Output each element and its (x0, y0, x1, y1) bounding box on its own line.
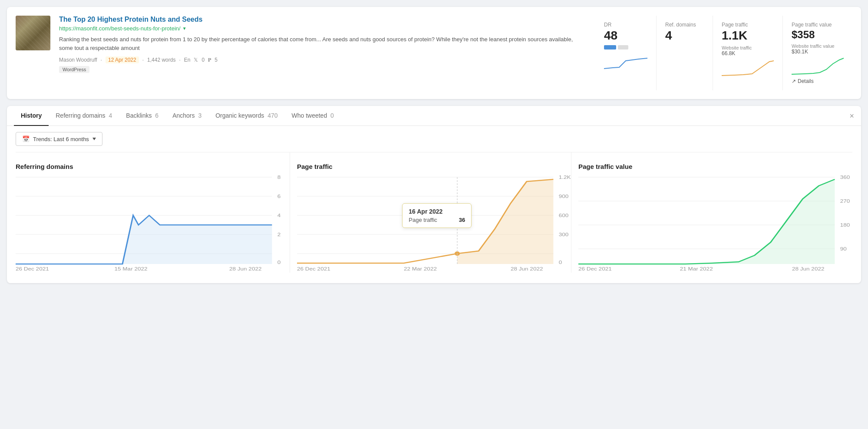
page-traffic-value-mini-chart (792, 57, 844, 75)
tab-who-tweeted[interactable]: Who tweeted 0 (284, 106, 340, 126)
tabs-container: History Referring domains 4 Backlinks 6 … (7, 106, 861, 283)
charts-area: Referring domains 8 6 4 2 0 (7, 152, 861, 283)
tab-history[interactable]: History (14, 106, 49, 126)
page-traffic-label: Page traffic (722, 22, 774, 28)
svg-text:26 Dec 2021: 26 Dec 2021 (16, 266, 49, 271)
svg-text:28 Jun 2022: 28 Jun 2022 (511, 266, 543, 271)
page-traffic-value-title: Page traffic value (578, 163, 845, 170)
dr-label: DR (604, 22, 647, 28)
svg-marker-10 (16, 215, 272, 264)
word-count: 1,442 words (147, 57, 175, 63)
page-traffic-sub-label: Website traffic (722, 45, 774, 50)
tab-backlinks[interactable]: Backlinks 6 (119, 106, 165, 126)
article-info: The Top 20 Highest Protein Nuts and Seed… (59, 16, 587, 73)
referring-domains-title: Referring domains (16, 163, 283, 170)
svg-text:26 Dec 2021: 26 Dec 2021 (578, 266, 612, 271)
page-traffic-title: Page traffic (297, 163, 564, 170)
page-traffic-value-sub-label: Website traffic value (792, 43, 844, 49)
article-description: Ranking the best seeds and nuts for prot… (59, 35, 587, 52)
svg-text:6: 6 (277, 194, 281, 199)
svg-text:28 Jun 2022: 28 Jun 2022 (792, 266, 825, 271)
tab-anchors-count: 3 (198, 112, 201, 119)
tooltip-date: 16 Apr 2022 (409, 208, 465, 215)
chevron-down-icon (92, 138, 96, 140)
svg-text:1.2K: 1.2K (559, 175, 571, 180)
svg-text:26 Dec 2021: 26 Dec 2021 (297, 266, 330, 271)
svg-text:900: 900 (559, 194, 569, 199)
tooltip-value: 36 (459, 217, 465, 223)
page-traffic-value-label: Page traffic value (792, 22, 844, 28)
article-thumbnail (16, 16, 50, 50)
svg-text:8: 8 (277, 175, 281, 180)
page-traffic-value-chart: Page traffic value 360 270 180 90 (571, 152, 852, 273)
tooltip-label: Page traffic (409, 217, 437, 223)
svg-text:0: 0 (277, 260, 281, 265)
twitter-icon: 𝕏 (194, 57, 198, 63)
tab-anchors[interactable]: Anchors 3 (165, 106, 208, 126)
article-date: 12 Apr 2022 (106, 56, 139, 63)
svg-text:90: 90 (840, 246, 847, 251)
filter-label: Trends: Last 6 months (33, 136, 89, 142)
tab-organic-keywords[interactable]: Organic keywords 470 (208, 106, 284, 126)
article-meta: Mason Woodruff · 12 Apr 2022 · 1,442 wor… (59, 56, 587, 63)
referring-domains-wrapper: 8 6 4 2 0 26 Dec 2021 15 Mar 2022 28 Jun… (16, 177, 283, 273)
metric-page-traffic-value: Page traffic value $358 Website traffic … (782, 16, 852, 90)
svg-text:2: 2 (277, 232, 281, 237)
tab-organic-keywords-count: 470 (267, 112, 277, 119)
dr-bar-fill (604, 45, 616, 50)
dr-mini-chart (604, 52, 647, 69)
svg-text:15 Mar 2022: 15 Mar 2022 (115, 266, 148, 271)
tooltip-row: Page traffic 36 (409, 217, 465, 223)
ref-domains-value: 4 (665, 30, 704, 42)
metric-page-traffic: Page traffic 1.1K Website traffic 66.8K (713, 16, 782, 90)
ref-domains-label: Ref. domains (665, 22, 704, 28)
svg-text:180: 180 (840, 222, 850, 228)
page-traffic-tooltip: 16 Apr 2022 Page traffic 36 (402, 203, 472, 228)
article-url[interactable]: https://masonfit.com/best-seeds-nuts-for… (59, 25, 587, 32)
metric-ref-domains: Ref. domains 4 (656, 16, 713, 90)
svg-text:4: 4 (277, 213, 281, 218)
page-traffic-wrapper: 1.2K 900 600 300 0 26 Dec 2021 22 Mar 20… (297, 177, 564, 273)
trend-icon: ↗ (792, 78, 796, 84)
language: En (184, 57, 191, 63)
details-button[interactable]: ↗ Details (792, 78, 844, 84)
referring-domains-chart: Referring domains 8 6 4 2 0 (16, 152, 290, 273)
calendar-icon: 📅 (22, 135, 30, 142)
article-title[interactable]: The Top 20 Highest Protein Nuts and Seed… (59, 16, 587, 23)
page-traffic-value-value: $358 (792, 30, 844, 40)
author: Mason Woodruff (59, 57, 97, 63)
metric-dr: DR 48 (595, 16, 656, 90)
page-traffic-value-sub-value: $30.1K (792, 49, 844, 55)
close-button[interactable]: × (849, 111, 854, 120)
tabs: History Referring domains 4 Backlinks 6 … (7, 106, 861, 126)
dr-value: 48 (604, 30, 647, 42)
svg-text:0: 0 (559, 260, 562, 265)
tab-backlinks-count: 6 (155, 112, 158, 119)
tab-referring-domains-count: 4 (109, 112, 112, 119)
svg-text:270: 270 (840, 198, 850, 204)
page-traffic-value: 1.1K (722, 30, 774, 42)
svg-text:360: 360 (840, 175, 850, 180)
dr-bar-empty (618, 45, 628, 50)
svg-text:28 Jun 2022: 28 Jun 2022 (229, 266, 262, 271)
article-card: The Top 20 Highest Protein Nuts and Seed… (7, 7, 861, 99)
article-tag: WordPress (59, 66, 89, 73)
pinterest-icon: 𝐏 (208, 57, 211, 63)
chevron-down-icon: ▼ (182, 26, 187, 31)
twitter-count: 0 (201, 57, 205, 63)
page-traffic-mini-chart (722, 59, 774, 76)
page-traffic-value-wrapper: 360 270 180 90 26 Dec 2021 21 Mar 2022 2… (578, 177, 845, 273)
svg-text:22 Mar 2022: 22 Mar 2022 (404, 266, 437, 271)
svg-text:300: 300 (559, 232, 569, 237)
pinterest-count: 5 (215, 57, 218, 63)
tab-referring-domains[interactable]: Referring domains 4 (49, 106, 119, 126)
page-traffic-chart: Page traffic 1.2K 900 600 300 0 (290, 152, 571, 273)
dr-bar (604, 45, 647, 50)
trends-filter-button[interactable]: 📅 Trends: Last 6 months (16, 132, 102, 146)
metrics-section: DR 48 Ref. domains 4 Page traffic 1.1K W… (595, 16, 852, 90)
svg-text:21 Mar 2022: 21 Mar 2022 (680, 266, 713, 271)
svg-text:600: 600 (559, 213, 569, 218)
svg-marker-38 (578, 179, 835, 264)
page-traffic-sub-value: 66.8K (722, 50, 774, 56)
tab-who-tweeted-count: 0 (330, 112, 334, 119)
